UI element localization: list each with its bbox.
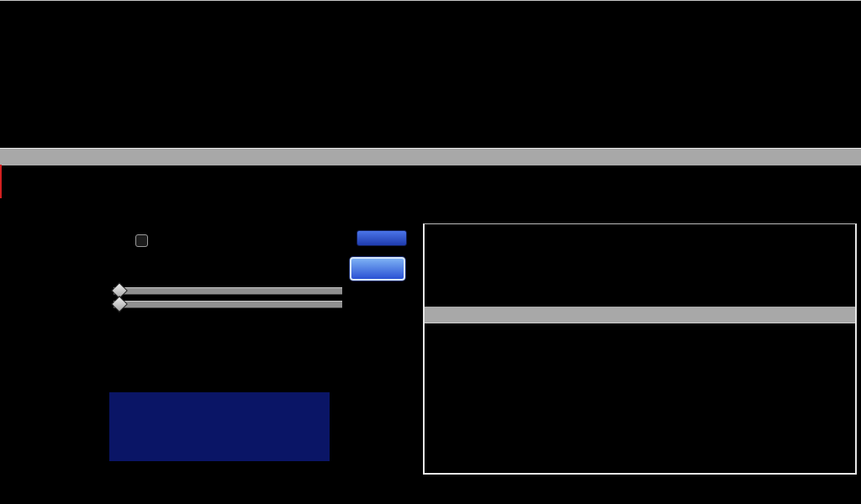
volume-slider[interactable] — [114, 285, 342, 296]
tune-cursor[interactable] — [0, 165, 2, 198]
af-frequency-scale[interactable] — [425, 307, 855, 323]
af-spectrum[interactable] — [425, 323, 855, 473]
af-waterfall[interactable] — [425, 224, 855, 307]
tune-row — [114, 254, 151, 280]
dsp-panel — [109, 392, 330, 461]
hdsdr-window — [0, 0, 861, 504]
rf-overview-canvas[interactable] — [0, 165, 861, 198]
af-display-stack — [423, 223, 857, 475]
lo-auto-badge[interactable] — [135, 234, 148, 247]
extio-button[interactable] — [350, 257, 405, 281]
agc-threshold-slider[interactable] — [114, 298, 342, 309]
display-controls-bottom — [0, 477, 861, 504]
rf-waterfall[interactable] — [0, 0, 861, 149]
rf-overview-spectrum[interactable] — [0, 165, 861, 198]
phase-dial — [338, 382, 419, 473]
lo-row — [114, 228, 152, 254]
freqmgr-button[interactable] — [357, 230, 407, 246]
rf-frequency-scale[interactable] — [0, 148, 861, 165]
af-spectrum-canvas[interactable] — [425, 323, 855, 473]
